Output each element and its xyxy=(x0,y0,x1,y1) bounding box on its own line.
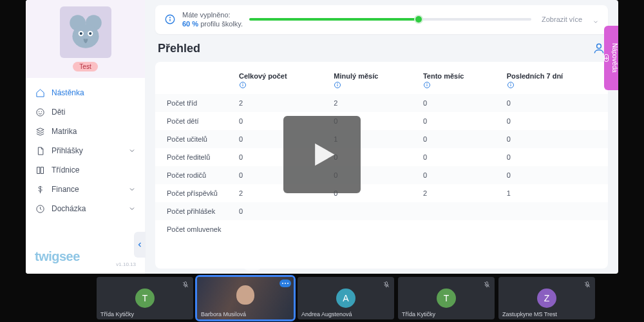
cell: 0 xyxy=(500,130,608,148)
cell: 0 xyxy=(500,112,608,130)
svg-point-26 xyxy=(511,83,511,84)
help-tab[interactable]: Nápověda + xyxy=(604,26,618,90)
avatar-initial: Z xyxy=(537,289,556,308)
mic-muted-icon xyxy=(483,279,491,287)
participant-tile[interactable]: Barbora Musilová xyxy=(197,277,294,319)
row-label: Počet rodičů xyxy=(155,166,232,184)
participants-dock: TTřída KytičkyBarbora MusilováAAndrea Au… xyxy=(97,277,631,319)
sidebar-item-label: Třídnice xyxy=(52,166,79,175)
sidebar-item-label: Přihlášky xyxy=(52,146,83,155)
sidebar-item-home[interactable]: Nástěnka xyxy=(26,83,145,102)
row-label: Počet dětí xyxy=(155,112,232,130)
sidebar-item-dollar[interactable]: Finance xyxy=(26,180,145,199)
svg-point-20 xyxy=(337,83,338,84)
sidebar-item-label: Nástěnka xyxy=(52,88,84,97)
sidebar-item-book[interactable]: Třídnice xyxy=(26,160,145,180)
row-label: Počet omluvenek xyxy=(155,220,232,238)
participant-name: Zastupkyne MS Trest xyxy=(502,311,557,317)
cell: 2 xyxy=(327,94,417,112)
column-header: Tento měsíc xyxy=(417,67,500,94)
cell: 0 xyxy=(417,166,500,184)
chevron-down-icon xyxy=(128,185,136,193)
column-header: Posledních 7 dní xyxy=(500,67,608,94)
row-label: Počet tříd xyxy=(155,94,232,112)
cell: 1 xyxy=(500,184,608,202)
main-content: Máte vyplněno: 60 % profilu školky. Zobr… xyxy=(145,0,618,274)
participant-tile[interactable]: TTřída Kytičky xyxy=(398,277,495,319)
participant-tile[interactable]: AAndrea Augstenová xyxy=(298,277,394,319)
book-icon xyxy=(35,165,45,175)
sidebar: Test NástěnkaDětiMatrikaPřihláškyTřídnic… xyxy=(26,0,145,274)
play-button[interactable] xyxy=(283,116,361,193)
svg-point-17 xyxy=(243,83,243,84)
collapse-sidebar-button[interactable] xyxy=(134,232,146,258)
cell xyxy=(327,220,417,238)
row-label: Počet ředitelů xyxy=(155,148,232,166)
cell xyxy=(500,202,608,220)
nav: NástěnkaDětiMatrikaPřihláškyTřídniceFina… xyxy=(26,78,145,243)
chevron-down-icon xyxy=(128,147,136,155)
participant-tile[interactable]: TTřída Kytičky xyxy=(97,277,193,319)
svg-point-7 xyxy=(36,108,43,115)
sidebar-item-label: Docházka xyxy=(52,204,86,213)
participant-name: Třída Kytičky xyxy=(100,311,134,317)
user-icon[interactable] xyxy=(592,42,605,55)
cell: 0 xyxy=(417,94,500,112)
svg-point-13 xyxy=(170,17,171,18)
sidebar-item-label: Matrika xyxy=(52,127,77,136)
svg-point-14 xyxy=(597,44,601,48)
sidebar-item-label: Finance xyxy=(52,185,79,194)
svg-point-2 xyxy=(72,24,99,48)
doc-icon xyxy=(35,146,45,156)
cell: 2 xyxy=(232,94,327,112)
participant-name: Andrea Augstenová xyxy=(301,311,352,317)
info-icon[interactable] xyxy=(507,81,515,89)
cell: 0 xyxy=(417,130,500,148)
column-header: Celkový počet xyxy=(232,67,327,94)
participant-name: Třída Kytičky xyxy=(402,311,435,317)
table-row: Počet ředitelů0000 xyxy=(155,148,608,166)
school-avatar[interactable] xyxy=(60,6,111,58)
table-row: Počet tříd2200 xyxy=(155,94,608,112)
page-title: Přehled xyxy=(158,42,200,55)
table-row: Počet příspěvků2021 xyxy=(155,184,608,202)
table-row: Počet rodičů0000 xyxy=(155,166,608,184)
sidebar-item-stack[interactable]: Matrika xyxy=(26,122,145,141)
svg-point-8 xyxy=(39,111,39,111)
chevron-down-icon xyxy=(128,205,136,213)
clock-icon xyxy=(35,204,45,214)
profile-completeness-banner: Máte vyplněno: 60 % profilu školky. Zobr… xyxy=(155,5,608,34)
table-row: Počet omluvenek xyxy=(155,220,608,238)
progress-bar[interactable] xyxy=(249,18,531,21)
mic-muted-icon xyxy=(583,279,591,287)
row-label: Počet příspěvků xyxy=(155,184,232,202)
sidebar-item-smile[interactable]: Děti xyxy=(26,102,145,122)
info-icon[interactable] xyxy=(239,81,247,89)
chevron-down-icon xyxy=(592,16,599,23)
show-more-link[interactable]: Zobrazit více xyxy=(538,15,586,23)
sidebar-item-doc[interactable]: Přihlášky xyxy=(26,141,145,160)
column-header: Minulý měsíc xyxy=(327,67,417,94)
mic-muted-icon xyxy=(182,279,189,287)
stack-icon xyxy=(35,126,45,137)
avatar-initial: T xyxy=(135,289,155,308)
plus-icon: + xyxy=(604,54,609,62)
cell: 0 xyxy=(500,166,608,184)
cell xyxy=(417,202,500,220)
info-icon[interactable] xyxy=(423,81,431,89)
mic-muted-icon xyxy=(383,279,390,287)
info-icon[interactable] xyxy=(334,81,341,89)
menu-dots-icon[interactable] xyxy=(279,279,291,287)
version-label: v1.10.13 xyxy=(116,261,136,267)
table-row: Počet dětí0000 xyxy=(155,112,608,130)
cell: 0 xyxy=(232,202,327,220)
cell: 2 xyxy=(417,184,500,202)
cell: 0 xyxy=(500,148,608,166)
participant-tile[interactable]: ZZastupkyne MS Trest xyxy=(498,277,595,319)
cell xyxy=(500,220,608,238)
sidebar-item-clock[interactable]: Docházka xyxy=(26,199,145,218)
table-row: Počet učitelů0100 xyxy=(155,130,608,148)
profile-badge: Test xyxy=(73,62,97,71)
cell xyxy=(417,220,500,238)
home-icon xyxy=(35,88,45,98)
